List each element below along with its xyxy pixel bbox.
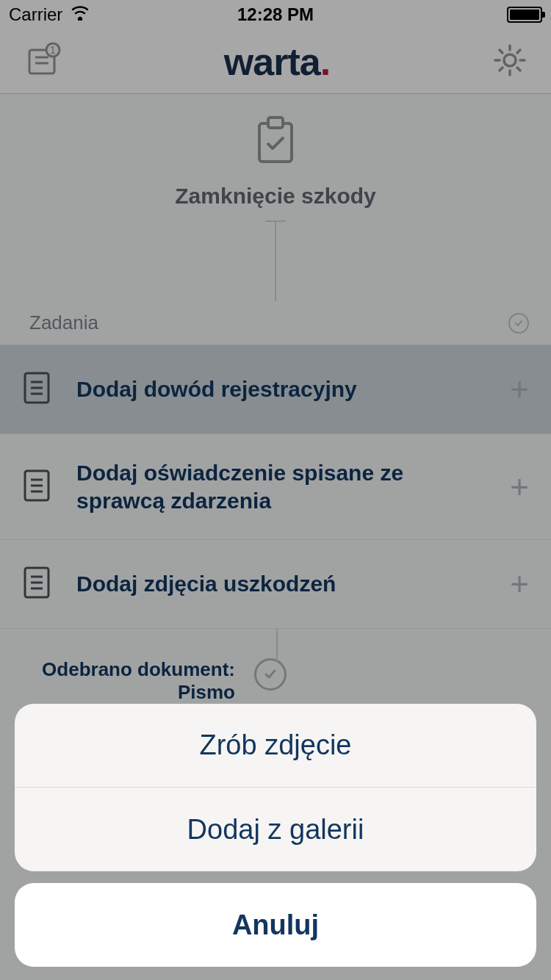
take-photo-button[interactable]: Zrób zdjęcie	[15, 704, 536, 788]
add-from-gallery-button[interactable]: Dodaj z galerii	[15, 788, 536, 871]
action-sheet: Zrób zdjęcie Dodaj z galerii Anuluj	[15, 704, 536, 967]
cancel-button[interactable]: Anuluj	[15, 883, 536, 967]
action-sheet-options: Zrób zdjęcie Dodaj z galerii	[15, 704, 536, 871]
